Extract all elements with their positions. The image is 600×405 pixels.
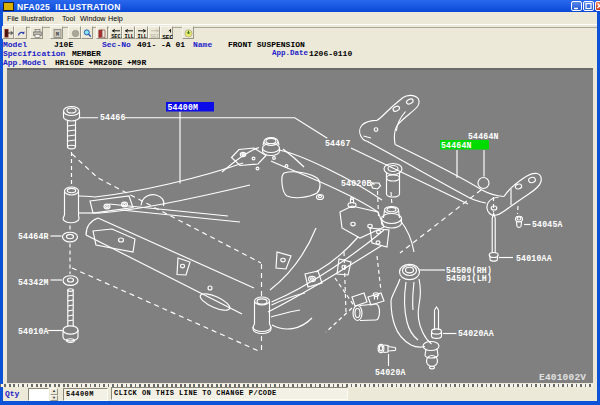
svg-text:54501(LH): 54501(LH) bbox=[446, 274, 492, 283]
svg-text:54045A: 54045A bbox=[532, 220, 563, 229]
svg-text:54010AA: 54010AA bbox=[516, 254, 552, 263]
svg-text:54464N: 54464N bbox=[441, 141, 472, 150]
svg-text:54020AA: 54020AA bbox=[458, 329, 494, 338]
svg-text:54020B: 54020B bbox=[341, 179, 372, 188]
svg-text:54400M: 54400M bbox=[168, 103, 199, 112]
svg-text:E401002V: E401002V bbox=[539, 372, 586, 383]
svg-text:54464R: 54464R bbox=[18, 232, 49, 241]
svg-text:54342M: 54342M bbox=[18, 278, 49, 287]
svg-text:54464N: 54464N bbox=[468, 132, 499, 141]
svg-text:54020A: 54020A bbox=[375, 368, 406, 377]
svg-text:54466: 54466 bbox=[100, 113, 126, 122]
svg-text:54467: 54467 bbox=[325, 139, 351, 148]
svg-text:54010A: 54010A bbox=[18, 327, 49, 336]
